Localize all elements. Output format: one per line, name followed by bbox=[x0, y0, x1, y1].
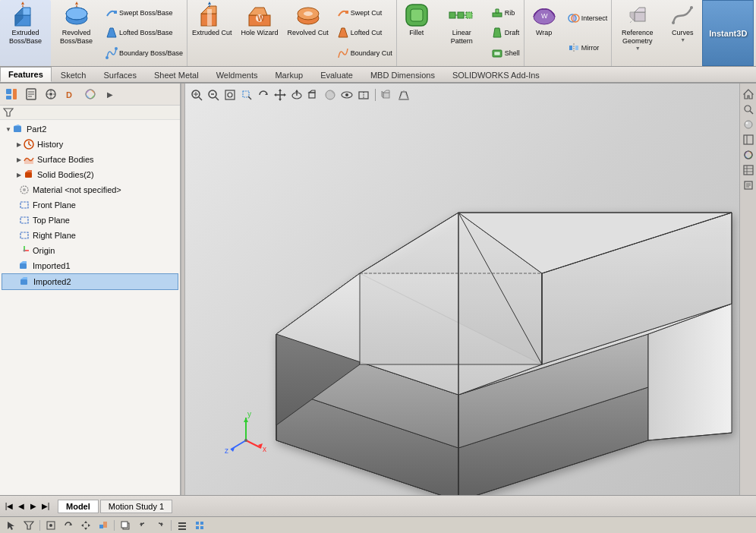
shell-button[interactable]: Shell bbox=[489, 46, 522, 60]
tab-surfaces[interactable]: Surfaces bbox=[96, 68, 145, 82]
status-move-btn[interactable] bbox=[78, 519, 93, 532]
svg-point-25 bbox=[304, 11, 313, 16]
svg-rect-191 bbox=[178, 525, 186, 527]
display-style-btn[interactable] bbox=[322, 87, 339, 103]
extruded-boss-button[interactable]: Extruded Boss/Base bbox=[0, 0, 51, 66]
linear-pattern-button[interactable]: Linear Pattern bbox=[436, 0, 487, 66]
status-rotate-btn[interactable] bbox=[61, 519, 76, 532]
dm-manager-btn[interactable]: D bbox=[61, 86, 80, 102]
property-manager-btn[interactable] bbox=[22, 86, 40, 102]
tab-features[interactable]: Features bbox=[0, 67, 52, 82]
reference-geometry-button[interactable]: Reference Geometry ▼ bbox=[612, 0, 663, 66]
view-cube-btn[interactable] bbox=[379, 87, 395, 103]
tree-origin[interactable]: Origin bbox=[2, 243, 178, 258]
svg-rect-167 bbox=[744, 166, 753, 175]
revolved-cut-button[interactable]: Revolved Cut bbox=[283, 0, 333, 66]
left-panel: D ▶ bbox=[0, 84, 181, 495]
hide-show-btn[interactable] bbox=[339, 87, 355, 103]
view-zoom-btn[interactable] bbox=[742, 102, 755, 116]
curves-dropdown[interactable]: ▼ bbox=[680, 37, 685, 43]
perspective-btn[interactable] bbox=[395, 87, 412, 103]
boundary-boss-button[interactable]: Boundary Boss/Base bbox=[103, 46, 185, 60]
nav-next-btn[interactable]: ▶ bbox=[27, 500, 39, 512]
bottom-tab-motion[interactable]: Motion Study 1 bbox=[100, 500, 172, 513]
render-btn[interactable] bbox=[742, 118, 755, 131]
nav-first-btn[interactable]: |◀ bbox=[3, 500, 15, 512]
reference-geometry-dropdown[interactable]: ▼ bbox=[635, 46, 641, 51]
status-align-btn[interactable] bbox=[175, 519, 190, 532]
section-view-btn[interactable] bbox=[355, 87, 372, 103]
table-btn[interactable] bbox=[742, 163, 755, 177]
custom-props-btn[interactable] bbox=[742, 178, 755, 192]
swept-cut-button[interactable]: Swept Cut bbox=[335, 6, 395, 20]
status-undo-btn[interactable] bbox=[135, 519, 150, 532]
swept-boss-button[interactable]: Swept Boss/Base bbox=[103, 6, 185, 20]
draft-button[interactable]: Draft bbox=[489, 26, 522, 39]
viewport-inner: x y z bbox=[185, 84, 756, 495]
extruded-cut-button[interactable]: Extruded Cut bbox=[187, 0, 237, 66]
normal-to-btn[interactable] bbox=[288, 87, 305, 103]
svg-point-51 bbox=[672, 21, 675, 24]
tree-root[interactable]: ▼ Part2 bbox=[2, 121, 178, 137]
tree-right-plane[interactable]: Right Plane bbox=[2, 228, 178, 243]
config-manager-btn[interactable] bbox=[42, 86, 60, 102]
fillet-button[interactable]: Fillet bbox=[397, 0, 436, 66]
tab-mbd[interactable]: MBD Dimensions bbox=[362, 68, 443, 82]
tree-front-plane[interactable]: Front Plane bbox=[2, 197, 178, 213]
viewport[interactable]: x y z bbox=[185, 84, 756, 495]
tree-surface-bodies[interactable]: ▶ Surface Bodies bbox=[2, 152, 178, 167]
instant3d-button[interactable]: Instant3D bbox=[702, 0, 754, 66]
fillet-icon bbox=[403, 2, 430, 29]
rib-button[interactable]: Rib bbox=[489, 6, 522, 20]
svg-point-52 bbox=[690, 6, 693, 9]
tab-markup[interactable]: Markup bbox=[266, 68, 311, 82]
status-select-btn[interactable] bbox=[4, 519, 19, 532]
more-btn[interactable]: ▶ bbox=[101, 86, 119, 102]
mirror-button[interactable]: Mirror bbox=[565, 41, 610, 55]
status-filter-btn[interactable] bbox=[21, 519, 36, 532]
zoom-area-btn[interactable] bbox=[188, 87, 205, 103]
status-copy-btn[interactable] bbox=[118, 519, 133, 532]
revolved-boss-button[interactable]: Revolved Boss/Base bbox=[51, 0, 102, 66]
status-redo-btn[interactable] bbox=[153, 519, 168, 532]
tab-weldments[interactable]: Weldments bbox=[208, 68, 266, 82]
zoom-sel-btn[interactable] bbox=[238, 87, 255, 103]
nav-last-btn[interactable]: ▶| bbox=[39, 500, 52, 512]
swept-boss-label: Swept Boss/Base bbox=[119, 9, 173, 17]
intersect-button[interactable]: Intersect bbox=[565, 11, 610, 25]
tab-sheet-metal[interactable]: Sheet Metal bbox=[146, 68, 207, 82]
curves-button[interactable]: Curves ▼ bbox=[663, 0, 702, 66]
tab-evaluate[interactable]: Evaluate bbox=[312, 68, 361, 82]
tree-top-plane[interactable]: Top Plane bbox=[2, 213, 178, 228]
tab-addins[interactable]: SOLIDWORKS Add-Ins bbox=[444, 68, 548, 82]
status-snap-btn[interactable] bbox=[43, 519, 58, 532]
appearance-btn[interactable] bbox=[81, 86, 99, 102]
feature-manager-btn[interactable] bbox=[2, 86, 20, 102]
filter-icon bbox=[3, 107, 14, 118]
zoom-in-btn[interactable] bbox=[205, 87, 222, 103]
appearance-vp-btn[interactable] bbox=[742, 148, 755, 162]
view-orient-btn[interactable] bbox=[305, 87, 322, 103]
status-grid-btn[interactable] bbox=[192, 519, 207, 532]
wrap-button[interactable]: W Wrap bbox=[524, 0, 564, 66]
bottom-tab-model[interactable]: Model bbox=[58, 500, 99, 513]
nav-prev-btn[interactable]: ◀ bbox=[15, 500, 27, 512]
rotate-btn[interactable] bbox=[255, 87, 272, 103]
tab-sketch[interactable]: Sketch bbox=[52, 68, 95, 82]
hole-wizard-button[interactable]: W Hole Wizard bbox=[237, 0, 283, 66]
zoom-fit-btn[interactable] bbox=[222, 87, 238, 103]
ribbon: Extruded Boss/Base Revolved Boss/Base Sw… bbox=[0, 0, 756, 67]
tree-solid-bodies[interactable]: ▶ Solid Bodies(2) bbox=[2, 167, 178, 182]
lofted-cut-button[interactable]: Lofted Cut bbox=[335, 26, 395, 39]
svg-text:W: W bbox=[257, 14, 265, 23]
tree-history[interactable]: ▶ History bbox=[2, 137, 178, 152]
boundary-cut-button[interactable]: Boundary Cut bbox=[335, 46, 395, 60]
tree-imported2[interactable]: Imported2 bbox=[2, 273, 178, 290]
task-pane-btn[interactable] bbox=[742, 133, 755, 147]
tree-material[interactable]: Material <not specified> bbox=[2, 182, 178, 197]
part-icon bbox=[12, 123, 24, 135]
pan-btn[interactable] bbox=[272, 87, 288, 103]
tree-imported1[interactable]: Imported1 bbox=[2, 258, 178, 273]
status-scale-btn[interactable] bbox=[96, 519, 111, 532]
lofted-boss-button[interactable]: Lofted Boss/Base bbox=[103, 26, 185, 39]
